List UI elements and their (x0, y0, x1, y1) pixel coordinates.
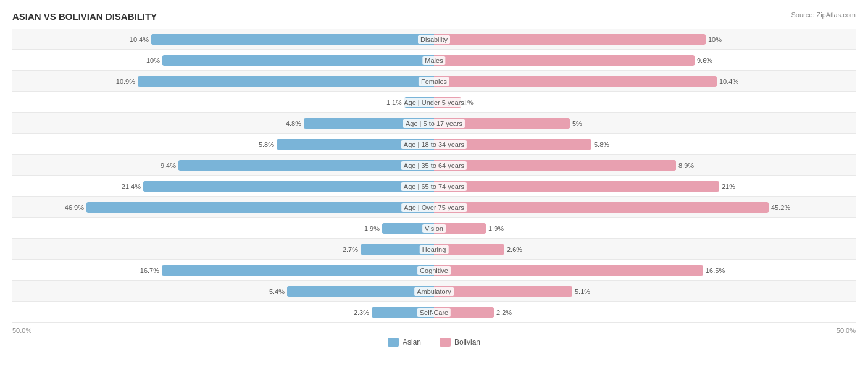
bar-asian-label: 21.4% (122, 183, 141, 190)
axis-row: 50.0% 50.0% (12, 323, 856, 335)
bar-center-label: Females (419, 77, 449, 86)
axis-left: 50.0% (12, 327, 31, 334)
bar-asian: 10.4% (151, 34, 434, 45)
bar-row: 1.1%1%Age | Under 5 years (12, 92, 856, 113)
bar-row: 16.7%16.5%Cognitive (12, 260, 856, 281)
bar-bolivian: 21% (434, 181, 719, 192)
bar-row: 5.4%5.1%Ambulatory (12, 281, 856, 302)
bar-row: 2.3%2.2%Self-Care (12, 302, 856, 323)
bar-asian: 16.7% (162, 265, 434, 276)
bar-center-label: Hearing (420, 245, 449, 254)
bar-asian: 10.9% (138, 76, 434, 87)
legend-bolivian-color (440, 338, 451, 346)
bar-asian: 21.4% (143, 181, 434, 192)
bar-asian: 10% (162, 55, 434, 66)
bar-bolivian-label: 2.6% (507, 246, 522, 253)
bar-bolivian: 16.5% (434, 265, 703, 276)
bar-row: 10%9.6%Males (12, 50, 856, 71)
bar-row: 9.4%8.9%Age | 35 to 64 years (12, 155, 856, 176)
bar-asian-label: 2.7% (343, 246, 358, 253)
bar-row: 1.9%1.9%Vision (12, 218, 856, 239)
bar-bolivian-label: 5.8% (594, 141, 609, 148)
bar-bolivian: 45.2% (434, 202, 769, 213)
bar-asian-label: 16.7% (140, 267, 159, 274)
bar-asian-label: 9.4% (161, 162, 176, 169)
bar-bolivian-label: 10.4% (719, 78, 738, 85)
axis-right: 50.0% (837, 327, 856, 334)
bar-asian-label: 1.1% (386, 99, 402, 106)
bar-row: 4.8%5%Age | 5 to 17 years (12, 113, 856, 134)
bar-row: 5.8%5.8%Age | 18 to 34 years (12, 134, 856, 155)
bar-row: 10.9%10.4%Females (12, 71, 856, 92)
legend-asian: Asian (388, 338, 421, 346)
bar-bolivian-label: 9.6% (697, 57, 712, 64)
bar-center-label: Vision (422, 224, 446, 233)
bar-asian-label: 10% (146, 57, 160, 64)
bar-bolivian: 9.6% (434, 55, 695, 66)
bar-asian-label: 5.8% (259, 141, 274, 148)
legend-bolivian: Bolivian (440, 338, 480, 346)
bar-bolivian-label: 16.5% (706, 267, 725, 274)
chart-header: ASIAN VS BOLIVIAN DISABILITY Source: Zip… (12, 11, 856, 22)
bar-bolivian: 8.9% (434, 160, 676, 171)
bar-asian-label: 46.9% (65, 204, 84, 211)
bar-asian-label: 10.4% (130, 36, 149, 43)
bar-center-label: Age | Over 75 years (401, 203, 467, 212)
bar-asian-label: 4.8% (286, 120, 301, 127)
bar-center-label: Age | 18 to 34 years (401, 140, 467, 149)
bar-row: 21.4%21%Age | 65 to 74 years (12, 176, 856, 197)
bar-bolivian: 5.1% (434, 286, 572, 297)
bar-bolivian-label: 10% (708, 36, 722, 43)
bar-bolivian-label: 1.9% (488, 225, 504, 232)
bar-bolivian-label: 2.2% (496, 309, 512, 316)
legend: Asian Bolivian (12, 338, 856, 346)
bar-center-label: Cognitive (417, 266, 451, 275)
bar-center-label: Age | 35 to 64 years (401, 161, 467, 170)
bar-asian-label: 10.9% (116, 78, 135, 85)
legend-asian-color (388, 338, 399, 346)
bar-asian-label: 2.3% (354, 309, 369, 316)
bar-asian: 9.4% (178, 160, 434, 171)
chart-title: ASIAN VS BOLIVIAN DISABILITY (12, 11, 157, 22)
legend-asian-label: Asian (403, 338, 421, 346)
legend-bolivian-label: Bolivian (454, 338, 480, 346)
bar-row: 10.4%10%Disability (12, 29, 856, 50)
bar-bolivian-label: 5.1% (575, 288, 590, 295)
bar-bolivian: 10.4% (434, 76, 717, 87)
bar-center-label: Self-Care (417, 308, 451, 317)
bar-center-label: Age | 65 to 74 years (401, 182, 467, 191)
chart-container: ASIAN VS BOLIVIAN DISABILITY Source: Zip… (0, 0, 868, 353)
bar-center-label: Age | Under 5 years (401, 98, 467, 107)
chart-area: 10.4%10%Disability10%9.6%Males10.9%10.4%… (12, 29, 856, 323)
bar-bolivian-label: 5% (572, 120, 582, 127)
bar-row: 46.9%45.2%Age | Over 75 years (12, 197, 856, 218)
bar-center-label: Ambulatory (414, 287, 454, 296)
bar-bolivian: 10% (434, 34, 706, 45)
bar-bolivian-label: 45.2% (771, 204, 790, 211)
bar-bolivian-label: 21% (722, 183, 735, 190)
bar-asian: 5.4% (287, 286, 434, 297)
bar-center-label: Disability (418, 35, 450, 44)
bar-center-label: Age | 5 to 17 years (403, 119, 465, 128)
bar-bolivian-label: 8.9% (678, 162, 694, 169)
bar-row: 2.7%2.6%Hearing (12, 239, 856, 260)
bar-center-label: Males (422, 56, 445, 65)
chart-source: Source: ZipAtlas.com (791, 11, 856, 19)
bar-asian: 46.9% (86, 202, 434, 213)
bar-asian-label: 5.4% (269, 288, 285, 295)
bar-asian-label: 1.9% (364, 225, 380, 232)
